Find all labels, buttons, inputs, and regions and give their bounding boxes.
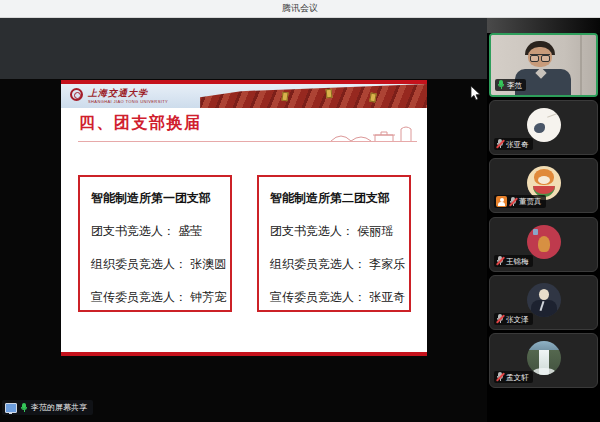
window-title: 腾讯会议 — [282, 2, 318, 15]
avatar — [527, 341, 561, 375]
participant-name: 王锦梅 — [506, 257, 529, 266]
screen-icon — [5, 403, 17, 413]
slide-header-banner: 上海交通大学 SHANGHAI JIAO TONG UNIVERSITY — [61, 84, 427, 108]
branch-row: 组织委员竞选人： 李家乐 — [270, 256, 409, 273]
screen-share-status-label: 李范的屏幕共享 — [31, 402, 87, 413]
tencent-meeting-window: { "window": { "title": "腾讯会议" }, "share_… — [0, 0, 600, 422]
participant-tile-video[interactable]: 李范 — [489, 33, 598, 97]
branch-box-2: 智能制造所第二团支部 团支书竞选人： 侯丽瑶 组织委员竞选人： 李家乐 宣传委员… — [257, 175, 411, 312]
host-badge-icon — [496, 196, 507, 207]
mic-on-icon — [497, 80, 505, 90]
participant-name: 孟文轩 — [506, 373, 529, 382]
branch-name: 智能制造所第一团支部 — [91, 190, 230, 207]
participant-tile[interactable]: 王锦梅 — [489, 217, 598, 272]
avatar — [527, 225, 561, 259]
participant-name-pill: 张文泽 — [494, 313, 533, 325]
window-titlebar: 腾讯会议 — [0, 0, 600, 18]
slide-bottom-stripe — [61, 352, 427, 356]
participant-name: 张文泽 — [506, 315, 529, 324]
mic-muted-icon — [496, 256, 504, 266]
avatar — [527, 283, 561, 317]
slide-title: 四、团支部换届 — [79, 113, 202, 134]
roof-tag — [325, 89, 332, 99]
branch-box-1: 智能制造所第一团支部 团支书竞选人： 盛莹 组织委员竞选人： 张澳圆 宣传委员竞… — [78, 175, 232, 312]
landmark-lineart-icon — [331, 124, 417, 142]
video-background-doorframe — [580, 35, 582, 95]
mouse-cursor-icon — [470, 86, 481, 101]
branch-row: 团支书竞选人： 侯丽瑶 — [270, 223, 409, 240]
university-name-en: SHANGHAI JIAO TONG UNIVERSITY — [88, 99, 168, 104]
participants-sidebar[interactable]: 李范 张亚奇 董贾真 王锦梅 — [487, 18, 600, 422]
screen-share-stage: 上海交通大学 SHANGHAI JIAO TONG UNIVERSITY 四、团… — [0, 18, 487, 422]
participant-tile[interactable]: 孟文轩 — [489, 333, 598, 388]
shared-slide: 上海交通大学 SHANGHAI JIAO TONG UNIVERSITY 四、团… — [61, 80, 427, 356]
temple-roof-image — [200, 84, 427, 108]
participant-name-pill: 李范 — [495, 79, 526, 91]
participant-name-pill: 张亚奇 — [494, 138, 533, 150]
participant-tile[interactable]: 张文泽 — [489, 275, 598, 330]
participant-name-pill: 董贾真 — [494, 195, 546, 208]
participant-tile[interactable]: 董贾真 — [489, 158, 598, 213]
participant-tile[interactable]: 张亚奇 — [489, 100, 598, 155]
mic-muted-icon — [496, 314, 504, 324]
mic-muted-icon — [496, 139, 504, 149]
branch-row: 宣传委员竞选人： 张亚奇 — [270, 289, 409, 306]
person-glasses — [530, 54, 550, 60]
participant-name-pill: 孟文轩 — [494, 371, 533, 383]
stage-top-band — [0, 18, 487, 79]
avatar — [527, 108, 561, 142]
branch-row: 宣传委员竞选人： 钟芳宠 — [91, 289, 230, 306]
participant-name-pill: 王锦梅 — [494, 255, 533, 267]
screen-share-status-chip[interactable]: 李范的屏幕共享 — [2, 400, 93, 415]
mic-muted-icon — [509, 197, 517, 207]
mic-muted-icon — [496, 372, 504, 382]
mic-on-icon — [20, 403, 28, 413]
branch-name: 智能制造所第二团支部 — [270, 190, 409, 207]
university-seal-icon — [70, 88, 83, 101]
branch-row: 组织委员竞选人： 张澳圆 — [91, 256, 230, 273]
participant-name: 李范 — [507, 81, 522, 90]
title-divider — [78, 141, 417, 142]
participant-name: 张亚奇 — [506, 140, 529, 149]
sidebar-top-gradient — [487, 18, 600, 33]
branch-row: 团支书竞选人： 盛莹 — [91, 223, 230, 240]
roof-tag — [369, 93, 376, 103]
roof-tag — [281, 92, 288, 102]
participant-name: 董贾真 — [519, 197, 542, 206]
